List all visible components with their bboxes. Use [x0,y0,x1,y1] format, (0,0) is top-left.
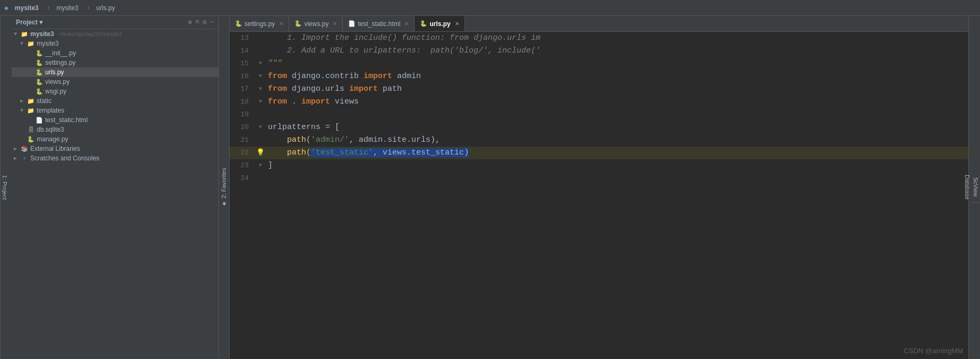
line-content: from django.urls import path [266,83,968,96]
tab-py-icon: 🐍 [235,20,242,27]
fold-icon[interactable]: ▼ [259,83,262,96]
code-line-23: 23 ▼ ] [230,159,968,172]
fold-icon[interactable]: ▼ [259,121,262,134]
tree-arrow: ▶ [20,98,27,104]
tree-item-external-libs[interactable]: ▶ 📚 External Libraries [12,144,218,153]
fold-icon[interactable]: ▼ [259,57,262,70]
database-label[interactable]: Database [963,169,971,205]
line-gutter: ▼ [255,159,266,172]
lib-icon: 📚 [20,145,29,152]
code-line-16: 16 ▼ from django.contrib import admin [230,70,968,83]
line-content: 1. Import the include() function: from d… [266,32,968,45]
close-sidebar-icon[interactable]: — [210,18,214,27]
tree-label: __init__.py [45,49,76,57]
py-icon: 🐍 [35,49,44,57]
code-line-18: 18 ▼ from . import views [230,96,968,108]
code-line-20: 20 ▼ urlpatterns = [ [230,121,968,134]
folder-icon: 📁 [27,107,35,114]
tree-label: urls.py [45,69,64,76]
line-content: path('admin/', admin.site.urls), [266,134,968,147]
favorites-label[interactable]: ★ 2: Favorites [219,163,228,212]
tree-item-db-sqlite3[interactable]: 🗄 db.sqlite3 [12,125,218,134]
collapse-icon[interactable]: ≡ [196,18,200,27]
line-number: 18 [230,96,255,108]
tab-bar: 🐍 settings.py ✕ 🐍 views.py ✕ 📄 test_stat… [230,16,968,32]
tree-label: mysite3 [30,30,54,38]
line-content [266,108,968,121]
code-line-14: 14 2. Add a URL to urlpatterns: path('bl… [230,45,968,57]
tab-urls[interactable]: 🐍 urls.py ✕ [415,16,464,31]
html-icon: 📄 [35,116,44,124]
line-number: 21 [230,134,255,147]
line-number: 17 [230,83,255,96]
bulb-icon[interactable]: 💡 [256,147,265,159]
fold-icon[interactable]: ▼ [259,159,262,172]
tree-item-mysite3-folder[interactable]: ▼ 📁 mysite3 [12,39,218,48]
sync-icon[interactable]: ⊕ [188,18,192,27]
py-icon: 🐍 [35,88,44,95]
tab-close-icon[interactable]: ✕ [279,21,283,27]
scratch-icon: ⚡ [20,155,29,162]
tree-item-urls-py[interactable]: 🐍 urls.py [12,67,218,77]
code-line-15: 15 ▼ """ [230,57,968,70]
fold-icon[interactable]: ▼ [259,70,262,83]
line-number: 19 [230,108,255,121]
tree-item-templates[interactable]: ▼ 📁 templates [12,106,218,115]
tree-item-init-py[interactable]: 🐍 __init__.py [12,48,218,58]
tab-close-icon[interactable]: ✕ [333,21,337,27]
line-content [266,172,968,185]
line-number: 24 [230,172,255,185]
tree-item-settings-py[interactable]: 🐍 settings.py [12,58,218,67]
tree-item-wsgi-py[interactable]: 🐍 wsgi.py [12,87,218,96]
line-content: from django.contrib import admin [266,70,968,83]
title-item-1[interactable]: mysite3 [11,3,43,13]
tree-arrow: ▼ [14,31,20,37]
tab-close-icon[interactable]: ✕ [455,21,459,27]
tab-py-icon: 🐍 [294,20,302,27]
title-item-2[interactable]: mysite3 [52,3,82,13]
sidebar-toolbar: ⊕ ≡ ⚙ — [188,18,214,27]
tab-label: settings.py [244,20,275,28]
tree-item-manage-py[interactable]: 🐍 manage.py [12,134,218,144]
tab-close-icon[interactable]: ✕ [404,21,409,27]
line-gutter: ▼ [255,83,266,96]
tree-label: templates [37,107,64,114]
line-content: ] [266,159,968,172]
line-number: 20 [230,121,255,134]
code-container[interactable]: 13 1. Import the include() function: fro… [230,32,968,359]
tree-item-mysite3-root[interactable]: ▼ 📁 mysite3 ~/tedu/vip/day03/mysite3 [12,29,218,39]
tab-views[interactable]: 🐍 views.py ✕ [289,16,343,31]
tree-arrow: ▶ [14,155,20,161]
right-panel-labels: ScView Database [968,16,980,359]
tree-item-test-static-html[interactable]: 📄 test_static.html [12,115,218,125]
line-gutter [255,134,266,147]
py-icon: 🐍 [35,69,44,76]
scview-label[interactable]: ScView [971,172,980,202]
tree-label: test_static.html [45,116,88,124]
tree-label: mysite3 [37,40,58,47]
tab-settings[interactable]: 🐍 settings.py ✕ [230,16,289,31]
tree-item-static[interactable]: ▶ 📁 static [12,96,218,106]
tab-label: test_static.html [358,20,400,28]
line-content: path('test_static', views.test_static) [266,147,968,159]
tab-test-static[interactable]: 📄 test_static.html ✕ [343,16,415,31]
tree-label: External Libraries [30,145,80,152]
line-gutter: ▼ [255,57,266,70]
editor-area: 🐍 settings.py ✕ 🐍 views.py ✕ 📄 test_stat… [230,16,968,359]
line-number: 15 [230,57,255,70]
sidebar-title: Project ▾ [16,19,43,26]
folder-icon: 📁 [20,30,29,38]
title-item-3[interactable]: urls.py [92,3,119,13]
sidebar-header: Project ▾ ⊕ ≡ ⚙ — [12,16,218,29]
py-icon: 🐍 [35,59,44,66]
folder-icon: 📁 [27,97,35,105]
settings-icon[interactable]: ⚙ [202,18,207,27]
line-gutter: 💡 [255,147,266,159]
tree-item-scratches[interactable]: ▶ ⚡ Scratches and Consoles [12,153,218,163]
line-gutter: ▼ [255,121,266,134]
fold-icon[interactable]: ▼ [259,96,262,108]
code-line-24: 24 [230,172,968,185]
tree-item-views-py[interactable]: 🐍 views.py [12,77,218,87]
project-panel-label[interactable]: 1: Project [1,171,9,204]
title-bar: ◆ mysite3 › mysite3 › urls.py [0,0,980,16]
